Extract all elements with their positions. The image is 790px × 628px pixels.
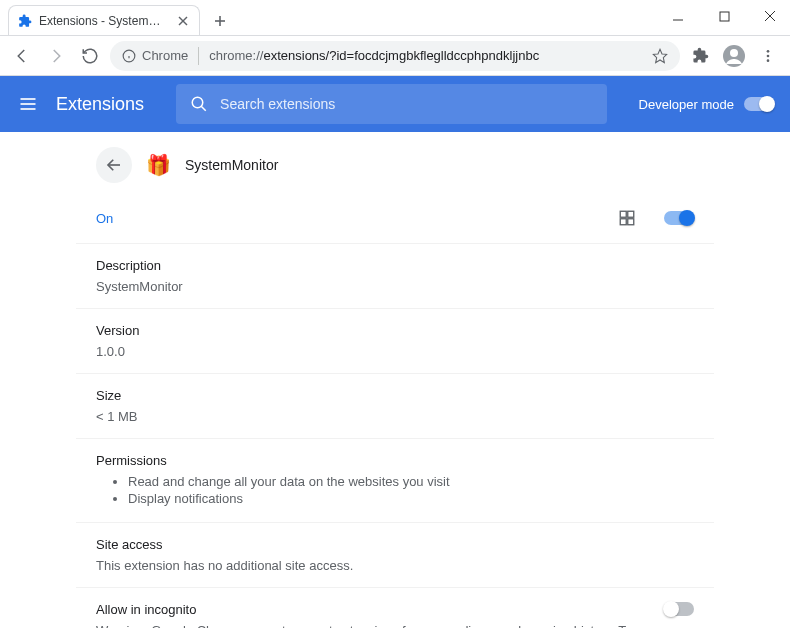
profile-avatar-icon[interactable] — [720, 42, 748, 70]
incognito-toggle[interactable] — [664, 602, 694, 616]
appbar-title: Extensions — [56, 94, 144, 115]
grid-view-icon[interactable] — [618, 209, 636, 227]
svg-rect-25 — [620, 219, 626, 225]
card-header: 🎁 SystemMonitor — [76, 133, 714, 193]
back-circle-button[interactable] — [96, 147, 132, 183]
browser-toolbar: Chrome chrome://extensions/?id=focdcjmgb… — [0, 36, 790, 76]
section-title: Allow in incognito — [96, 602, 644, 617]
hamburger-menu-button[interactable] — [16, 92, 40, 116]
search-input[interactable] — [220, 96, 593, 112]
svg-point-16 — [767, 59, 770, 62]
description-section: Description SystemMonitor — [76, 243, 714, 308]
section-body: SystemMonitor — [96, 279, 694, 294]
permissions-section: Permissions Read and change all your dat… — [76, 438, 714, 522]
extensions-appbar: Extensions Developer mode — [0, 76, 790, 132]
tab-title: Extensions - SystemMonitor — [39, 14, 169, 28]
omnibox-separator — [198, 47, 199, 65]
search-extensions-box[interactable] — [176, 84, 607, 124]
section-title: Permissions — [96, 453, 694, 468]
window-controls — [664, 6, 784, 26]
svg-marker-11 — [653, 49, 666, 62]
extension-enabled-toggle[interactable] — [664, 211, 694, 225]
extension-gift-icon: 🎁 — [146, 153, 171, 177]
url-text[interactable]: chrome://extensions/?id=focdcjmgbkflegll… — [209, 48, 642, 63]
section-body: Warning: Google Chrome cannot prevent ex… — [96, 623, 644, 628]
close-tab-button[interactable] — [175, 13, 191, 29]
site-access-section: Site access This extension has no additi… — [76, 522, 714, 587]
svg-line-21 — [201, 106, 206, 111]
svg-point-13 — [730, 49, 738, 57]
svg-point-20 — [192, 97, 203, 108]
section-title: Size — [96, 388, 694, 403]
svg-rect-23 — [620, 211, 626, 217]
extensions-puzzle-icon[interactable] — [686, 42, 714, 70]
size-section: Size < 1 MB — [76, 373, 714, 438]
enabled-row: On — [76, 193, 714, 243]
svg-point-15 — [767, 54, 770, 57]
browser-tab[interactable]: Extensions - SystemMonitor — [8, 5, 200, 35]
svg-rect-5 — [720, 12, 729, 21]
list-item: Read and change all your data on the web… — [128, 474, 694, 489]
developer-mode-row: Developer mode — [639, 97, 774, 112]
window-titlebar: Extensions - SystemMonitor — [0, 0, 790, 36]
svg-rect-24 — [628, 211, 634, 217]
minimize-button[interactable] — [664, 6, 692, 26]
close-window-button[interactable] — [756, 6, 784, 26]
developer-mode-toggle[interactable] — [744, 97, 774, 111]
puzzle-icon — [17, 13, 33, 29]
content-scroll[interactable]: 🎁 SystemMonitor On Description SystemMon… — [0, 132, 790, 628]
version-section: Version 1.0.0 — [76, 308, 714, 373]
section-body: This extension has no additional site ac… — [96, 558, 694, 573]
section-title: Site access — [96, 537, 694, 552]
maximize-button[interactable] — [710, 6, 738, 26]
svg-rect-26 — [628, 219, 634, 225]
section-title: Description — [96, 258, 694, 273]
svg-point-14 — [767, 50, 770, 53]
extension-name: SystemMonitor — [185, 157, 278, 173]
forward-button[interactable] — [42, 42, 70, 70]
list-item: Display notifications — [128, 491, 694, 506]
menu-kebab-icon[interactable] — [754, 42, 782, 70]
developer-mode-label: Developer mode — [639, 97, 734, 112]
incognito-section: Allow in incognito Warning: Google Chrom… — [76, 587, 714, 628]
new-tab-button[interactable] — [206, 7, 234, 35]
permissions-list: Read and change all your data on the web… — [96, 474, 694, 506]
section-title: Version — [96, 323, 694, 338]
section-body: < 1 MB — [96, 409, 694, 424]
extension-detail-card: 🎁 SystemMonitor On Description SystemMon… — [75, 132, 715, 628]
omnibox[interactable]: Chrome chrome://extensions/?id=focdcjmgb… — [110, 41, 680, 71]
search-icon — [190, 95, 208, 113]
on-label: On — [96, 211, 113, 226]
bookmark-star-icon[interactable] — [652, 48, 668, 64]
back-button[interactable] — [8, 42, 36, 70]
site-info-chip[interactable]: Chrome — [122, 48, 188, 63]
section-body: 1.0.0 — [96, 344, 694, 359]
reload-button[interactable] — [76, 42, 104, 70]
site-info-label: Chrome — [142, 48, 188, 63]
